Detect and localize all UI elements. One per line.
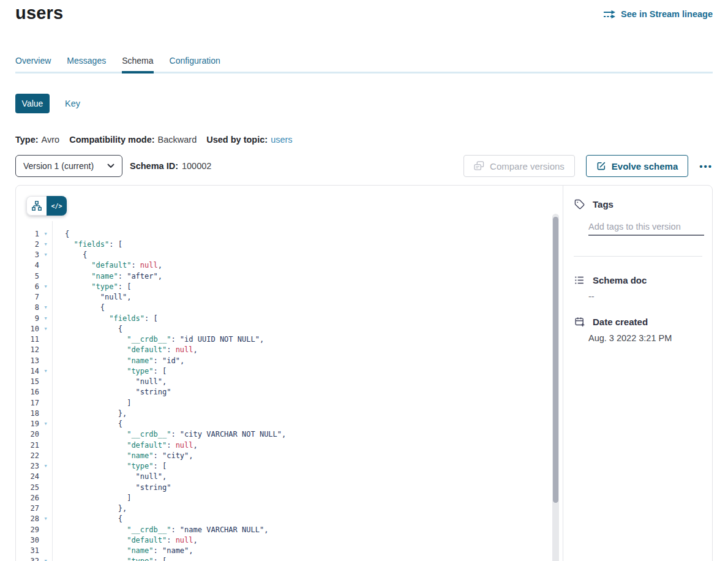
code-line: 8▼ { [16,303,549,313]
fold-toggle-icon[interactable]: ▼ [39,559,52,561]
line-number: 28 [16,514,39,523]
code-line: 24 "null", [16,472,549,482]
code-text: "fields": [ [52,240,122,249]
code-text: "name": "city", [52,451,193,460]
code-text: "default": null, [52,536,198,544]
tab-bar: Overview Messages Schema Configuration [15,56,713,72]
fold-toggle-icon[interactable]: ▼ [39,284,52,289]
code-line: 32▼ "type": [ [16,556,549,561]
code-text: "type": [ [52,282,131,291]
code-line: 5 "name": "after", [16,271,549,281]
fold-toggle-icon[interactable]: ▼ [39,516,52,521]
evolve-schema-icon [596,161,606,171]
list-icon [574,275,585,285]
code-view-button[interactable]: </> [47,196,67,216]
key-toggle-button[interactable]: Key [65,99,80,108]
code-line: 11 "__crdb__": "id UUID NOT NULL", [16,334,549,345]
code-line: 2▼ "fields": [ [16,239,549,249]
code-line: 31 "name": "name", [16,546,549,556]
add-tags-input[interactable]: Add tags to this version [588,222,681,232]
value-toggle-button[interactable]: Value [15,94,50,113]
code-line: 7 "null", [16,292,549,303]
line-number: 22 [16,451,39,460]
code-text: "__crdb__": "city VARCHAR NOT NULL", [52,430,286,439]
line-number: 5 [16,272,39,280]
fold-toggle-icon[interactable]: ▼ [39,316,52,321]
fold-toggle-icon[interactable]: ▼ [39,369,52,374]
line-number: 13 [16,356,39,365]
evolve-schema-button[interactable]: Evolve schema [586,155,688,177]
page-title: users [15,3,63,23]
lineage-link-label: See in Stream lineage [621,9,713,19]
fold-toggle-icon[interactable]: ▼ [39,421,52,426]
tab-configuration[interactable]: Configuration [170,56,220,72]
code-text: "type": [ [52,462,167,470]
code-text: }, [52,409,127,418]
code-line: 6▼ "type": [ [16,281,549,292]
line-number: 9 [16,314,39,323]
code-line: 17 ] [16,397,549,408]
tags-title: Tags [593,199,614,209]
code-text: { [52,250,87,259]
line-number: 6 [16,282,39,291]
code-line: 29 "__crdb__": "name VARCHAR NULL", [16,524,549,535]
date-created-value: Aug. 3 2022 3:21 PM [588,333,672,343]
meta-type-value: Avro [42,135,60,145]
code-line: 23▼ "type": [ [16,461,549,472]
code-line: 18 }, [16,408,549,418]
schema-id: Schema ID: 100002 [130,155,211,177]
code-line: 25 "string" [16,482,549,492]
code-line: 14▼ "type": [ [16,366,549,376]
code-line: 9▼ "fields": [ [16,313,549,323]
code-line: 13 "name": "id", [16,355,549,366]
code-line: 19▼ { [16,419,549,429]
fold-toggle-icon[interactable]: ▼ [39,232,52,236]
meta-compatibility: Compatibility mode: Backward [69,135,197,145]
tab-schema[interactable]: Schema [122,56,153,72]
code-text: { [52,230,69,238]
line-number: 12 [16,345,39,354]
line-number: 8 [16,303,39,312]
code-line: 3▼ { [16,250,549,260]
code-line: 1▼{ [16,228,549,239]
fold-toggle-icon[interactable]: ▼ [39,464,52,469]
line-number: 3 [16,250,39,259]
tab-messages[interactable]: Messages [67,56,106,72]
fold-toggle-icon[interactable]: ▼ [39,252,52,257]
code-line: 21 "default": null, [16,440,549,450]
line-number: 31 [16,546,39,555]
editor-view-toggle: </> [26,196,67,216]
code-text: "type": [ [52,557,167,561]
line-number: 4 [16,261,39,269]
meta-topic-label: Used by topic: [206,135,268,145]
tab-overview[interactable]: Overview [15,56,51,72]
fold-toggle-icon[interactable]: ▼ [39,242,52,247]
line-number: 11 [16,335,39,344]
compare-versions-button[interactable]: Compare versions [463,155,575,177]
code-line: 22 "name": "city", [16,450,549,461]
topic-link[interactable]: users [271,135,292,145]
tab-baseline [15,72,713,73]
line-number: 30 [16,536,39,544]
schema-doc-section-header: Schema doc [574,275,647,285]
stream-lineage-icon [604,10,616,19]
schema-meta-row: Type: Avro Compatibility mode: Backward … [15,135,293,145]
version-select[interactable]: Version 1 (current) [15,155,122,177]
line-number: 15 [16,377,39,386]
fold-toggle-icon[interactable]: ▼ [39,305,52,310]
meta-compatibility-value: Backward [158,135,197,145]
code-text: "string" [52,483,171,492]
vertical-scrollbar-thumb[interactable] [553,217,558,503]
code-line: 10▼ { [16,323,549,334]
tag-icon [574,199,585,209]
code-line: 20 "__crdb__": "city VARCHAR NOT NULL", [16,429,549,440]
calendar-plus-icon [574,317,585,327]
see-in-stream-lineage-link[interactable]: See in Stream lineage [604,9,713,19]
code-text: ] [52,399,131,407]
schema-id-value: 100002 [182,161,211,171]
code-text: "name": "id", [52,356,184,365]
tree-view-button[interactable] [26,196,47,216]
line-number: 32 [16,557,39,561]
fold-toggle-icon[interactable]: ▼ [39,326,52,331]
more-options-button[interactable]: ••• [699,161,713,171]
